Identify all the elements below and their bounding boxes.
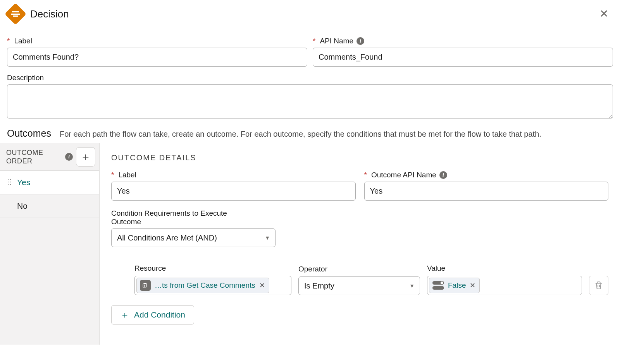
decision-modal: Decision ✕ Label API Name i Description …: [0, 0, 620, 345]
resource-pill-text: …ts from Get Case Comments: [155, 281, 255, 290]
add-condition-label: Add Condition: [134, 310, 185, 319]
boolean-icon: [432, 281, 444, 290]
description-input[interactable]: [7, 84, 613, 118]
plus-icon: ＋: [120, 310, 129, 319]
condition-req-select[interactable]: All Conditions Are Met (AND): [111, 228, 276, 247]
condition-req-label: Condition Requirements to Execute Outcom…: [111, 209, 251, 226]
modal-header: Decision ✕: [0, 0, 620, 28]
operator-select[interactable]: Is Empty: [298, 276, 420, 295]
clear-value-icon[interactable]: ✕: [470, 281, 475, 290]
operator-label: Operator: [298, 265, 420, 273]
outcomes-heading: Outcomes For each path the flow can take…: [0, 118, 620, 143]
outcome-api-label-text: Outcome API Name: [371, 171, 436, 179]
outcome-label-input[interactable]: [111, 182, 356, 201]
info-icon[interactable]: i: [65, 153, 73, 161]
add-outcome-button[interactable]: ＋: [76, 147, 95, 167]
info-icon[interactable]: i: [439, 171, 447, 179]
description-label: Description: [7, 74, 613, 82]
outcome-item-label: Yes: [17, 178, 30, 187]
api-name-label-text: API Name: [320, 37, 353, 45]
outcomes-title: Outcomes: [7, 128, 51, 139]
drag-handle-icon[interactable]: [7, 179, 12, 186]
decision-form: Label API Name i Description: [0, 28, 620, 118]
modal-title: Decision: [30, 8, 596, 20]
api-name-input[interactable]: [313, 48, 613, 67]
value-label: Value: [427, 264, 582, 273]
value-pill-text: False: [448, 281, 466, 290]
record-collection-icon: [140, 280, 151, 291]
outcome-api-label: Outcome API Name i: [364, 171, 609, 179]
resource-label: Resource: [134, 264, 291, 273]
outcomes-subtitle: For each path the flow can take, create …: [60, 130, 541, 139]
outcome-api-input[interactable]: [364, 182, 609, 201]
clear-resource-icon[interactable]: ✕: [259, 281, 265, 290]
info-icon[interactable]: i: [356, 37, 364, 45]
outcome-details-panel: OUTCOME DETAILS Label Outcome API Name i…: [100, 143, 620, 345]
label-field-label: Label: [7, 37, 307, 45]
resource-input[interactable]: …ts from Get Case Comments ✕: [134, 276, 291, 295]
outcome-label-label: Label: [111, 171, 356, 179]
outcome-item-no[interactable]: No: [0, 194, 99, 218]
outcome-item-yes[interactable]: Yes: [0, 171, 99, 194]
add-condition-button[interactable]: ＋ Add Condition: [111, 305, 194, 325]
value-input[interactable]: False ✕: [427, 276, 582, 295]
outcomes-split: OUTCOME ORDER i ＋ Yes No OUTCOME DETAILS…: [0, 143, 620, 345]
outcome-order-label: OUTCOME ORDER: [6, 148, 65, 166]
label-input[interactable]: [7, 48, 307, 67]
outcome-order-header: OUTCOME ORDER i ＋: [0, 143, 99, 171]
decision-icon: [5, 3, 27, 25]
outcome-order-sidebar: OUTCOME ORDER i ＋ Yes No: [0, 143, 100, 345]
outcome-details-header: OUTCOME DETAILS: [111, 153, 608, 162]
condition-row: Resource …ts from Get Case Comments ✕ Op…: [111, 264, 608, 295]
api-name-label: API Name i: [313, 37, 613, 45]
outcome-item-label: No: [17, 201, 28, 211]
close-button[interactable]: ✕: [596, 6, 612, 22]
trash-icon: [594, 281, 603, 290]
delete-condition-button[interactable]: [589, 276, 608, 295]
